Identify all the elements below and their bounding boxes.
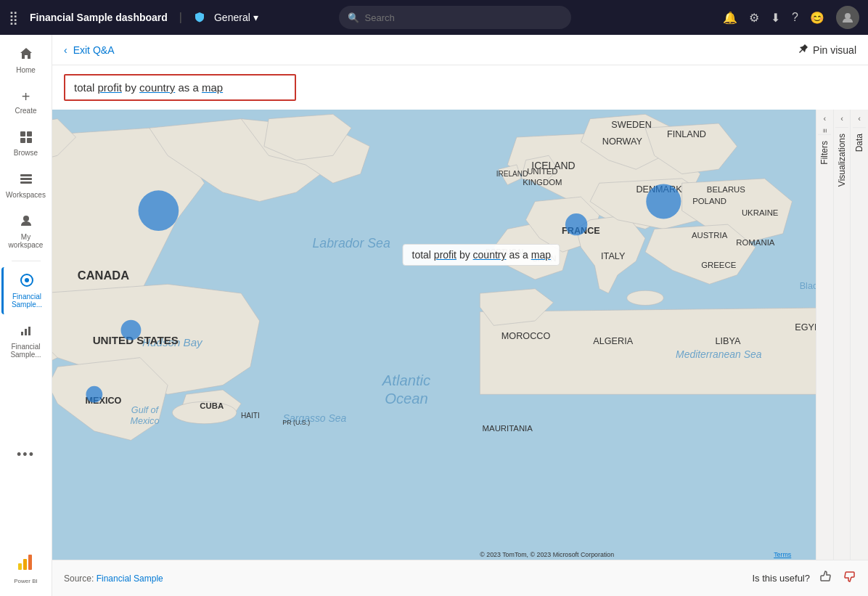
svg-text:CANADA: CANADA [78,269,129,282]
filters-tab-label[interactable]: Filters [818,134,831,171]
sidebar-create-label: Create [15,107,36,115]
thumbs-up-button[interactable] [819,569,833,587]
sidebar-item-financial2[interactable]: Financial Sample... [1,317,51,364]
svg-text:AUSTRIA: AUSTRIA [692,231,728,240]
query-text-map: map [202,81,223,94]
topbar-divider: | [179,11,182,24]
visualizations-panel-toggle[interactable]: ‹ Visualizations [834,110,851,560]
svg-rect-11 [21,332,23,335]
svg-text:MAURITANIA: MAURITANIA [483,424,533,433]
footer: Source: Financial Sample Is this useful? [52,560,868,596]
svg-text:Black S: Black S [800,281,816,291]
powerbi-logo: Power BI [14,544,37,590]
mexico-data-circle [86,386,102,403]
download-button[interactable]: ⬇ [771,11,780,25]
back-arrow-icon: ‹ [64,44,67,56]
topbar: ⣿ Financial Sample dashboard | General ▾… [0,0,868,35]
query-text-by: by [122,81,139,94]
svg-rect-4 [27,138,32,143]
search-icon: 🔍 [348,12,359,23]
svg-text:CUBA: CUBA [200,401,224,410]
germany-data-circle [646,184,681,219]
svg-text:PR (U.S.): PR (U.S.) [282,419,310,426]
settings-button[interactable]: ⚙ [749,11,759,25]
workspaces-icon [19,171,33,189]
notification-button[interactable]: 🔔 [723,11,737,25]
visualizations-tab-label[interactable]: Visualizations [835,127,848,192]
exit-qna-label: Exit Q&A [73,44,115,56]
canada-data-circle [139,190,179,231]
shield-icon [194,12,205,23]
my-workspace-icon [19,213,33,232]
chevron-left-icon2: ‹ [840,110,843,127]
chevron-left-icon: ‹ [824,110,827,127]
main-layout: Home + Create Browse Workspaces My works… [0,35,868,596]
chevron-left-icon3: ‹ [858,110,861,127]
sidebar-more-button[interactable]: ••• [1,441,51,468]
main-content: ‹ Exit Q&A Pin visual total profit by co… [52,35,868,596]
svg-text:SWEDEN: SWEDEN [611,120,651,130]
pin-visual-button[interactable]: Pin visual [798,44,856,56]
us-data-circle [121,320,142,340]
app-title: Financial Sample dashboard [30,12,168,23]
svg-rect-13 [28,327,30,335]
search-input[interactable] [365,12,562,23]
avatar[interactable] [836,6,859,29]
svg-text:Gulf of: Gulf of [131,405,160,415]
create-icon: + [22,89,30,105]
sidebar-item-create[interactable]: + Create [1,83,51,121]
exit-qna-button[interactable]: ‹ Exit Q&A [64,44,114,56]
topbar-actions: 🔔 ⚙ ⬇ ? 😊 [723,6,859,29]
sidebar-divider [12,261,41,261]
more-icon: ••• [17,447,35,462]
feedback-button[interactable]: 😊 [810,11,824,25]
sidebar-financial1-label: Financial Sample... [7,293,48,309]
powerbi-label: Power BI [14,578,37,584]
source-link[interactable]: Financial Sample [97,573,163,584]
filter-lines-icon: ≡ [821,127,829,134]
financial2-icon [19,323,33,341]
sidebar-item-my-workspace[interactable]: My workspace [1,208,51,255]
svg-text:SPAIN: SPAIN [532,254,556,263]
sidebar-myworkspace-label: My workspace [4,233,48,249]
map-container[interactable]: Labrador Sea Hudson Bay Atlantic Ocean S… [52,110,816,560]
sidebar-item-workspaces[interactable]: Workspaces [1,166,51,205]
qna-query-box[interactable]: total profit by country as a map [64,74,296,101]
svg-text:POLAND: POLAND [692,197,726,205]
sidebar-item-financial1[interactable]: Financial Sample... [1,267,51,314]
svg-text:ALGERIA: ALGERIA [593,336,633,346]
svg-text:Terms: Terms [774,551,792,558]
browse-icon [19,129,33,147]
svg-text:KINGDOM: KINGDOM [523,178,562,187]
home-icon [19,46,33,65]
svg-text:UNITED: UNITED [527,167,557,176]
help-button[interactable]: ? [792,11,798,24]
workspace-selector[interactable]: General ▾ [214,12,258,23]
svg-rect-6 [20,178,32,180]
svg-point-10 [25,278,29,282]
sidebar-item-browse[interactable]: Browse [1,123,51,163]
svg-text:GREECE: GREECE [701,261,736,269]
svg-text:FINLAND: FINLAND [667,129,706,139]
svg-rect-12 [25,329,27,335]
svg-text:HAITI: HAITI [241,412,260,420]
thumbs-down-button[interactable] [842,569,856,587]
svg-point-40 [627,290,664,305]
filters-panel-toggle[interactable]: ‹ ≡ Filters [816,110,834,560]
svg-text:LIBYA: LIBYA [715,336,740,346]
data-tab-label[interactable]: Data [853,127,866,158]
svg-text:UKRAINE: UKRAINE [742,208,779,217]
svg-text:ITALY: ITALY [601,251,626,261]
chevron-down-icon: ▾ [253,12,258,23]
svg-text:Mediterranean Sea: Mediterranean Sea [676,348,762,360]
svg-text:Labrador Sea: Labrador Sea [312,236,390,250]
pin-icon [798,44,808,56]
query-text-total: total [74,81,98,94]
search-bar[interactable]: 🔍 [339,6,571,29]
qna-input-area: total profit by country as a map [52,65,868,110]
workspace-label: General [214,12,250,23]
sidebar-home-label: Home [16,66,36,74]
sidebar-item-home[interactable]: Home [1,41,51,80]
data-panel-toggle[interactable]: ‹ Data [851,110,868,560]
footer-source: Source: Financial Sample [64,573,163,584]
